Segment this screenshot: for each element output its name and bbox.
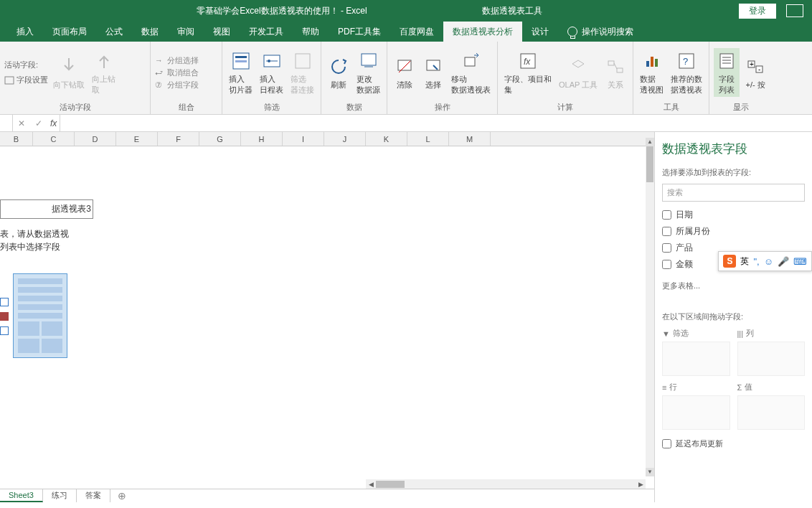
tab-view[interactable]: 视图 <box>204 22 240 42</box>
vertical-scrollbar[interactable]: ▲ ▼ <box>646 146 654 476</box>
field-settings[interactable]: 字段设置 <box>16 75 48 85</box>
select-button[interactable]: 选择 <box>420 54 446 92</box>
fx-icon[interactable]: fx <box>47 118 60 128</box>
tell-me[interactable]: 操作说明搜索 <box>558 22 643 42</box>
tab-help[interactable]: 帮助 <box>293 22 329 42</box>
pivot-hint-1: 表，请从数据透视 <box>0 227 93 240</box>
ime-lang: 英 <box>740 255 749 268</box>
ribbon-display-icon[interactable] <box>786 4 803 17</box>
col-header[interactable]: K <box>366 132 407 146</box>
ungroup-icon: ⮐ <box>155 68 165 77</box>
sheet-tabs: Sheet3 练习 答案 ⊕ <box>0 489 654 502</box>
scroll-thumb[interactable] <box>646 146 653 182</box>
relations-button[interactable]: 关系 <box>603 54 628 92</box>
refresh-icon <box>328 55 349 78</box>
drill-up-button[interactable]: 向上钻 取 <box>90 48 118 97</box>
tab-insert[interactable]: 插入 <box>7 22 43 42</box>
insert-slicer-button[interactable]: 插入 切片器 <box>227 48 255 97</box>
col-header[interactable]: M <box>449 132 491 146</box>
col-header[interactable]: D <box>75 132 116 146</box>
group-field[interactable]: ⑦分组字段 <box>155 80 199 90</box>
cells-area[interactable]: 据透视表3 表，请从数据透视 列表中选择字段 <box>0 146 646 476</box>
col-header[interactable]: E <box>116 132 158 146</box>
fields-items-button[interactable]: fx字段、项目和 集 <box>502 48 554 97</box>
scroll-thumb[interactable] <box>376 481 405 488</box>
sheet-tab[interactable]: 练习 <box>43 489 77 502</box>
tab-design[interactable]: 设计 <box>522 22 558 42</box>
change-source-button[interactable]: 更改 数据源 <box>354 48 382 97</box>
tab-pagelayout[interactable]: 页面布局 <box>43 22 96 42</box>
move-icon <box>461 50 482 72</box>
pivot-chart-button[interactable]: 数据 透视图 <box>638 48 666 97</box>
col-header[interactable]: H <box>241 132 283 146</box>
ime-mic-icon[interactable]: 🎤 <box>778 256 789 267</box>
clear-icon <box>394 55 415 78</box>
area-values[interactable]: Σ值 <box>737 382 806 430</box>
scroll-right-icon[interactable]: ▶ <box>636 481 646 488</box>
enter-icon[interactable]: ✓ <box>30 118 47 128</box>
area-filter[interactable]: ▼筛选 <box>662 328 730 376</box>
more-tables-link[interactable]: 更多表格... <box>662 281 805 291</box>
clear-button[interactable]: 清除 <box>392 54 417 92</box>
drill-down-button[interactable]: 向下钻取 <box>51 54 87 92</box>
ime-emoji-icon[interactable]: ☺ <box>764 256 773 267</box>
field-checkbox[interactable]: 日期 <box>662 209 805 221</box>
filter-connections-button[interactable]: 筛选 器连接 <box>288 48 316 97</box>
defer-checkbox[interactable] <box>662 439 671 448</box>
svg-rect-13 <box>608 61 614 65</box>
tab-review[interactable]: 审阅 <box>168 22 204 42</box>
field-search-input[interactable]: 搜索 <box>662 184 805 202</box>
svg-text:-: - <box>758 65 760 73</box>
field-list-icon <box>716 50 737 72</box>
col-header[interactable]: C <box>33 132 75 146</box>
group-tools: 数据 透视图 ?推荐的数 据透视表 工具 <box>633 42 709 114</box>
tab-pivot-analyze[interactable]: 数据透视表分析 <box>443 22 522 42</box>
horizontal-scrollbar[interactable]: ◀ ▶ <box>366 479 646 489</box>
active-field-label: 活动字段: <box>4 60 48 70</box>
ime-keyboard-icon[interactable]: ⌨ <box>793 256 807 267</box>
svg-rect-7 <box>362 54 376 65</box>
insert-timeline-button[interactable]: 插入 日程表 <box>258 48 285 97</box>
svg-text:fx: fx <box>524 57 531 67</box>
tab-pdf[interactable]: PDF工具集 <box>329 22 390 42</box>
scroll-up-icon[interactable]: ▲ <box>646 138 654 146</box>
olap-icon <box>567 55 589 78</box>
formula-input[interactable] <box>60 115 812 131</box>
rec-pivot-icon: ? <box>676 50 697 72</box>
area-columns[interactable]: |||列 <box>737 328 806 376</box>
group-label: 筛选 <box>227 100 316 113</box>
col-header[interactable]: B <box>0 132 33 146</box>
cancel-icon[interactable]: ✕ <box>13 118 30 128</box>
field-checkbox[interactable]: 所属月份 <box>662 225 805 237</box>
tab-devtools[interactable]: 开发工具 <box>240 22 293 42</box>
tab-data[interactable]: 数据 <box>132 22 168 42</box>
move-pivot-button[interactable]: 移动 数据透视表 <box>449 48 493 97</box>
olap-button[interactable]: OLAP 工具 <box>557 54 600 92</box>
col-header[interactable]: L <box>407 132 449 146</box>
name-box[interactable] <box>0 115 13 131</box>
tab-baidu[interactable]: 百度网盘 <box>390 22 443 42</box>
col-header[interactable]: G <box>199 132 241 146</box>
recommended-pivot-button[interactable]: ?推荐的数 据透视表 <box>669 48 704 97</box>
login-button[interactable]: 登录 <box>739 4 776 19</box>
area-rows[interactable]: ≡行 <box>662 382 730 430</box>
field-list-button[interactable]: 字段 列表 <box>714 48 740 97</box>
sheet-tab[interactable]: 答案 <box>77 489 110 502</box>
change-source-icon <box>358 50 379 72</box>
group-label: 组合 <box>155 100 217 113</box>
tab-formulas[interactable]: 公式 <box>96 22 132 42</box>
col-header[interactable]: I <box>283 132 324 146</box>
scroll-down-icon[interactable]: ▼ <box>646 468 654 476</box>
ungroup[interactable]: ⮐取消组合 <box>155 67 199 78</box>
sogou-ime-badge[interactable]: S 英 ", ☺ 🎤 ⌨ <box>718 251 812 271</box>
defer-layout[interactable]: 延迟布局更新 <box>662 438 805 449</box>
col-header[interactable]: J <box>324 132 366 146</box>
col-header[interactable]: F <box>158 132 199 146</box>
svg-text:+: + <box>750 60 754 68</box>
plus-minus-button[interactable]: +-+/- 按 <box>742 54 768 92</box>
refresh-button[interactable]: 刷新 <box>326 54 351 92</box>
group-select[interactable]: →分组选择 <box>155 55 199 66</box>
add-sheet-button[interactable]: ⊕ <box>110 490 133 502</box>
scroll-left-icon[interactable]: ◀ <box>366 481 376 488</box>
sheet-tab[interactable]: Sheet3 <box>0 489 43 502</box>
